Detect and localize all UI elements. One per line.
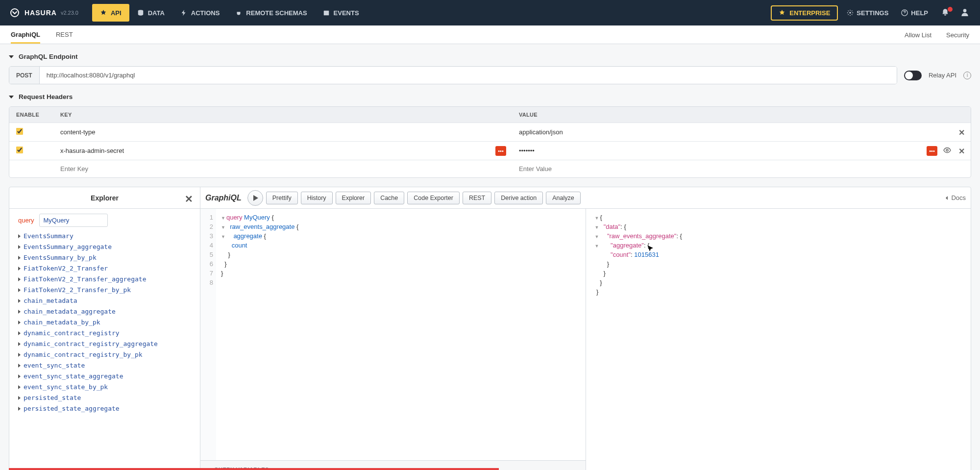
editor-side: GraphiQL Prettify History Explorer Cache…: [200, 187, 971, 470]
gear-icon: [847, 9, 854, 16]
response-viewer[interactable]: ▼{▼ "data": {▼ "raw_events_aggregate": {…: [586, 209, 971, 470]
caret-right-icon: [18, 234, 21, 238]
explorer-button[interactable]: Explorer: [336, 192, 371, 204]
headers-section-header[interactable]: Request Headers: [9, 93, 971, 100]
tree-item[interactable]: dynamic_contract_registry: [13, 328, 193, 339]
enterprise-button[interactable]: ENTERPRISE: [771, 5, 838, 21]
tree-item[interactable]: EventsSummary_aggregate: [13, 242, 193, 252]
rest-button[interactable]: REST: [463, 192, 491, 204]
new-header-key-input[interactable]: [60, 165, 505, 173]
caret-right-icon: [18, 331, 21, 335]
nav-tab-data[interactable]: DATA: [129, 4, 172, 22]
svg-point-5: [963, 9, 967, 12]
hasura-logo[interactable]: HASURA: [9, 7, 57, 19]
remove-header-icon[interactable]: ✕: [958, 127, 965, 137]
settings-link[interactable]: SETTINGS: [843, 9, 892, 17]
tree-item[interactable]: EventsSummary: [13, 231, 193, 242]
svg-point-6: [946, 149, 948, 151]
editor-split: 12345678 ▼query MyQuery {▼ raw_events_ag…: [200, 209, 971, 470]
version-label: v2.23.0: [61, 10, 78, 16]
nav-tab-api[interactable]: API: [92, 4, 129, 22]
tree-item[interactable]: event_sync_state: [13, 360, 193, 371]
relay-api-toggle[interactable]: [904, 71, 922, 80]
security-link[interactable]: Security: [946, 31, 969, 39]
tree-item[interactable]: persisted_state: [13, 393, 193, 403]
secret-value-badge[interactable]: •••: [927, 146, 937, 156]
tree-item[interactable]: persisted_state_aggregate: [13, 403, 193, 414]
nav-tab-actions[interactable]: ACTIONS: [172, 4, 228, 22]
tree-item[interactable]: dynamic_contract_registry_by_pk: [13, 349, 193, 360]
cursor-icon: [647, 245, 654, 252]
query-name-input[interactable]: [39, 214, 108, 227]
secret-key-badge[interactable]: •••: [495, 146, 506, 156]
caret-right-icon: [18, 353, 21, 357]
endpoint-section-header[interactable]: GraphQL Endpoint: [9, 53, 971, 60]
code-exporter-button[interactable]: Code Exporter: [407, 192, 460, 204]
tree-item[interactable]: FiatTokenV2_2_Transfer: [13, 263, 193, 274]
remove-header-icon[interactable]: ✕: [958, 146, 965, 155]
caret-right-icon: [18, 321, 21, 324]
chevron-down-icon: [9, 55, 14, 58]
caret-right-icon: [18, 267, 21, 271]
docs-button[interactable]: Docs: [944, 194, 966, 201]
subtab-graphiql[interactable]: GraphiQL: [11, 31, 40, 44]
caret-right-icon: [18, 277, 21, 281]
caret-right-icon: [18, 299, 21, 303]
header-row-new: [9, 160, 971, 177]
play-icon: [253, 195, 259, 201]
tree-item[interactable]: chain_metadata_by_pk: [13, 317, 193, 328]
graphiql-toolbar: GraphiQL Prettify History Explorer Cache…: [200, 187, 971, 209]
header-enable-checkbox[interactable]: [16, 128, 23, 135]
explorer-body[interactable]: query EventsSummaryEventsSummary_aggrega…: [9, 209, 200, 470]
notifications-icon[interactable]: [937, 8, 954, 18]
tree-item[interactable]: EventsSummary_by_pk: [13, 252, 193, 263]
header-value[interactable]: application/json ✕: [512, 124, 971, 141]
allow-list-link[interactable]: Allow List: [905, 31, 931, 39]
caret-right-icon: [18, 342, 21, 346]
reveal-icon[interactable]: [943, 146, 951, 155]
caret-right-icon: [18, 364, 21, 368]
query-keyword: query: [18, 217, 34, 224]
tree-item[interactable]: chain_metadata_aggregate: [13, 306, 193, 317]
cache-button[interactable]: Cache: [374, 192, 404, 204]
caret-right-icon: [18, 310, 21, 314]
tree-item[interactable]: event_sync_state_by_pk: [13, 382, 193, 393]
topbar: HASURA v2.23.0 API DATA ACTIONS REMOTE S…: [0, 0, 980, 25]
help-link[interactable]: HELP: [897, 9, 932, 17]
tree-item[interactable]: FiatTokenV2_2_Transfer_by_pk: [13, 285, 193, 296]
nav-tab-remote-schemas[interactable]: REMOTE SCHEMAS: [227, 4, 315, 22]
svg-point-3: [850, 12, 852, 14]
calendar-icon: [323, 9, 330, 16]
caret-right-icon: [18, 407, 21, 411]
derive-action-button[interactable]: Derive action: [494, 192, 543, 204]
database-icon: [137, 9, 144, 16]
user-icon[interactable]: [958, 8, 971, 18]
bottom-highlight: [9, 468, 499, 470]
header-key[interactable]: content-type: [53, 124, 512, 141]
headers-table-head: ENABLE KEY VALUE: [9, 107, 971, 123]
header-value[interactable]: ••••••• ••• ✕: [512, 142, 971, 159]
close-icon[interactable]: ✕: [185, 193, 193, 205]
tree-item[interactable]: FiatTokenV2_2_Transfer_aggregate: [13, 274, 193, 285]
header-row: x-hasura-admin-secret ••• ••••••• ••• ✕: [9, 141, 971, 160]
caret-right-icon: [18, 245, 21, 249]
header-row: content-type application/json ✕: [9, 123, 971, 141]
tree-item[interactable]: chain_metadata: [13, 296, 193, 306]
info-icon[interactable]: i: [963, 72, 971, 79]
header-key[interactable]: x-hasura-admin-secret •••: [53, 142, 512, 159]
prettify-button[interactable]: Prettify: [266, 192, 298, 204]
analyze-button[interactable]: Analyze: [546, 192, 580, 204]
query-editor[interactable]: 12345678 ▼query MyQuery {▼ raw_events_ag…: [200, 209, 586, 470]
run-query-button[interactable]: [247, 190, 263, 206]
topbar-right: ENTERPRISE SETTINGS HELP: [771, 5, 971, 21]
endpoint-url-input[interactable]: [40, 67, 897, 84]
caret-right-icon: [18, 396, 21, 400]
subtab-rest[interactable]: REST: [56, 31, 73, 44]
nav-tab-events[interactable]: EVENTS: [315, 4, 367, 22]
tree-item[interactable]: event_sync_state_aggregate: [13, 371, 193, 382]
plug-icon: [235, 9, 242, 16]
new-header-value-input[interactable]: [519, 165, 964, 173]
tree-item[interactable]: dynamic_contract_registry_aggregate: [13, 339, 193, 349]
history-button[interactable]: History: [301, 192, 333, 204]
header-enable-checkbox[interactable]: [16, 147, 23, 153]
